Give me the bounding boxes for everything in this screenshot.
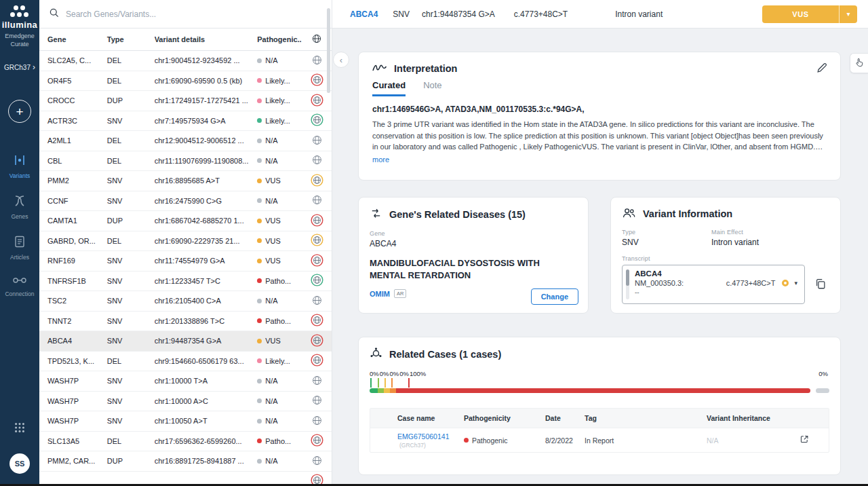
variant-row[interactable]: OR4F5DELchr1:69090-69590 0.5 (kb)Likely.… <box>39 71 332 92</box>
variant-row[interactable]: CAMTA1DUPchr1:6867042-6885270 1...VUS <box>39 211 332 231</box>
classification-button[interactable]: VUS ▾ <box>762 5 857 23</box>
globe-cell[interactable] <box>302 113 332 128</box>
variant-row[interactable]: RNF169SNVchr11:74554979 G>AVUS <box>39 251 332 272</box>
collapse-panel-button[interactable]: ‹ <box>333 52 349 68</box>
gene-cell: TNNT2 <box>39 317 107 325</box>
gene-cell: RNF169 <box>39 257 107 265</box>
variant-row[interactable]: WASH7PSNVchr1:10000 A>CN/A <box>39 392 332 412</box>
scrollbar-thumb[interactable] <box>327 8 330 93</box>
apps-grid-button[interactable] <box>14 422 26 436</box>
variant-row[interactable]: TPD52L3, K...DELchr9:154660-6506179 63..… <box>39 352 332 372</box>
pencil-icon <box>816 66 828 76</box>
variant-row[interactable]: TNFRSF1BSNVchr1:12233457 T>CPatho... <box>39 272 332 292</box>
open-case-button[interactable] <box>796 434 812 446</box>
copy-transcript-button[interactable] <box>814 278 827 292</box>
globe-cell[interactable] <box>302 214 332 228</box>
variant-row[interactable]: TSC2SNVchr16:2105400 C>AN/A <box>39 291 332 312</box>
related-diseases-card: Gene's Related Diseases (15) Gene ABCA4 … <box>358 197 589 314</box>
sidebar-item-variants[interactable]: Variants <box>0 146 39 187</box>
variant-row[interactable]: CBLDELchr11:119076999-1190808...N/A <box>39 151 332 172</box>
edit-interpretation-button[interactable] <box>816 62 828 76</box>
globe-cell[interactable] <box>302 154 332 167</box>
globe-icon <box>311 174 323 188</box>
globe-cell[interactable] <box>302 415 332 428</box>
change-disease-button[interactable]: Change <box>531 288 578 305</box>
globe-cell[interactable] <box>302 254 332 268</box>
globe-cell[interactable] <box>302 334 332 348</box>
column-header-gene[interactable]: Gene <box>39 35 107 43</box>
variant-row[interactable]: WASH7PSNVchr1:10050 A>TN/A <box>39 411 332 432</box>
case-name-link[interactable]: EMG675060141 <box>397 432 449 441</box>
distribution-right-label: 0% <box>818 370 828 377</box>
gene-cell: WASH7P <box>39 417 107 425</box>
distribution-tick <box>370 378 372 388</box>
search-input[interactable] <box>66 10 322 19</box>
interpretation-body: The 3 prime UTR variant was identified i… <box>372 119 827 153</box>
globe-cell[interactable] <box>302 94 332 108</box>
type-field: Type SNV <box>622 229 711 247</box>
globe-icon <box>311 94 323 108</box>
pathogenicity-cell: VUS <box>257 337 302 345</box>
variant-row[interactable]: A2ML1DELchr12:9004512-9006512 ...N/A <box>39 131 332 151</box>
transcript-scrollbar <box>626 269 629 299</box>
globe-icon <box>311 334 323 348</box>
transcript-gene: ABCA4 <box>635 269 797 278</box>
side-panel-tab[interactable] <box>850 53 868 73</box>
column-header-variant-details[interactable]: Variant details <box>155 35 258 43</box>
type-cell: DEL <box>107 357 155 365</box>
column-header-type[interactable]: Type <box>107 35 155 43</box>
pathogenicity-cell: Patho... <box>257 437 302 445</box>
type-cell: DEL <box>107 77 155 85</box>
tab-note[interactable]: Note <box>423 80 441 96</box>
globe-icon <box>311 134 323 147</box>
sidebar-item-connection[interactable]: Connection <box>0 268 39 305</box>
sidebar-item-articles[interactable]: Articles <box>0 227 39 268</box>
variant-row[interactable]: SLC13A5DELchr17:6596362-6599260...Patho.… <box>39 432 332 452</box>
gene-cell: ACTR3C <box>39 117 107 125</box>
globe-cell[interactable] <box>302 394 332 407</box>
sidebar-item-genes[interactable]: Genes <box>0 187 39 227</box>
globe-cell[interactable] <box>302 174 332 188</box>
variant-row[interactable]: ABCA4SNVchr1:94487354 G>AVUS <box>39 331 332 352</box>
globe-icon <box>311 154 323 167</box>
chevron-down-icon[interactable]: ▾ <box>794 280 797 286</box>
globe-cell[interactable] <box>302 434 332 448</box>
globe-cell[interactable] <box>302 375 332 388</box>
variant-row[interactable]: CCNFSNVchr16:2475990 C>GN/A <box>39 191 332 212</box>
user-avatar[interactable]: SS <box>9 453 30 474</box>
product-line1: Emedgene <box>5 32 35 40</box>
tab-curated[interactable]: Curated <box>372 80 406 96</box>
gene-field-value: ABCA4 <box>370 239 577 248</box>
case-row[interactable]: EMG675060141 (GRCh37) Pathogenic 8/2/202… <box>370 428 829 452</box>
variant-row[interactable]: ACTR3CSNVchr7:149575934 G>ALikely... <box>39 111 332 132</box>
transcript-selector[interactable]: ABCA4 NM_000350.3: c.4773+48C>T ▾ -- <box>622 265 805 304</box>
type-field-value: SNV <box>622 238 711 247</box>
case-pathogenicity-label: Pathogenic <box>472 436 508 445</box>
variant-row[interactable]: WASH7PSNVchr1:10000 T>AN/A <box>39 371 332 392</box>
variant-row[interactable]: PMM2, CAR...DUPchr16:8891725-8941887 ...… <box>39 451 332 472</box>
add-button[interactable]: + <box>8 100 31 123</box>
variant-row[interactable]: CROCCDUPchr1:17249157-17275421 ...Likely… <box>39 91 332 111</box>
variant-row[interactable]: GABRD, OR...DELchr1:69090-2229735 21...V… <box>39 231 332 252</box>
globe-cell[interactable] <box>302 455 332 468</box>
variant-row[interactable]: PMM2SNVchr16:8895685 A>TVUS <box>39 171 332 191</box>
sidebar-item-label: Variants <box>9 172 31 179</box>
variant-row[interactable]: SLC2A5, C...DELchr1:9004512-9234592 ...N… <box>39 51 332 71</box>
globe-cell[interactable] <box>302 314 332 328</box>
globe-cell[interactable] <box>302 354 332 368</box>
globe-cell[interactable] <box>302 295 332 307</box>
column-header-pathogenicity[interactable]: Pathogenic... <box>257 35 302 43</box>
globe-cell[interactable] <box>302 274 332 288</box>
gene-cell: SLC2A5, C... <box>39 56 107 64</box>
genome-build-selector[interactable]: GRCh37 › <box>4 63 35 71</box>
gene-cell: OR4F5 <box>39 77 107 85</box>
globe-cell[interactable] <box>302 134 332 147</box>
more-link[interactable]: more <box>372 155 389 164</box>
pathogenicity-cell: Patho... <box>257 277 302 285</box>
omim-link[interactable]: OMIM <box>370 290 390 298</box>
header-gene-link[interactable]: ABCA4 <box>350 10 378 19</box>
globe-cell[interactable] <box>302 194 332 207</box>
variant-row[interactable]: TNNT2SNVchr1:201338896 T>CPatho... <box>39 312 332 332</box>
globe-cell[interactable] <box>302 233 332 248</box>
chevron-down-icon[interactable]: ▾ <box>840 5 857 23</box>
